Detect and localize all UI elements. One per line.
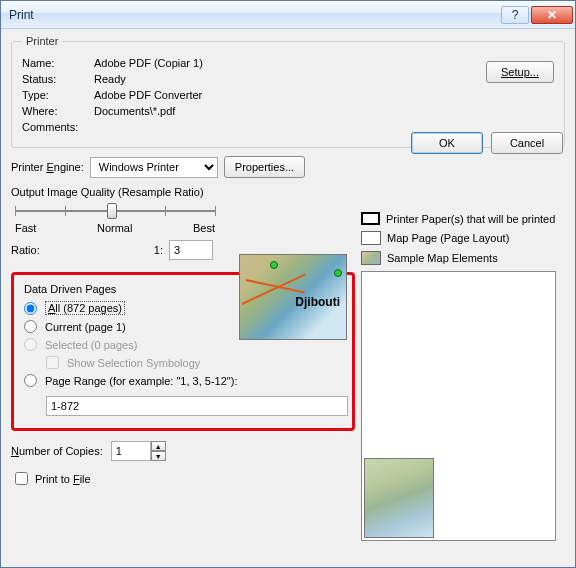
properties-button[interactable]: Properties... <box>224 156 305 178</box>
print-to-file-checkbox[interactable] <box>15 472 28 485</box>
cancel-button[interactable]: Cancel <box>491 132 563 154</box>
printer-engine-select[interactable]: Windows Printer <box>90 157 218 178</box>
swatch-map-elements-icon <box>361 251 381 265</box>
ok-button[interactable]: OK <box>411 132 483 154</box>
page-preview <box>361 271 556 541</box>
map-preview-thumbnail: Djibouti <box>239 254 347 340</box>
quality-normal-label: Normal <box>97 222 132 234</box>
quality-slider[interactable] <box>15 200 215 222</box>
ddp-show-selection-checkbox <box>46 356 59 369</box>
print-to-file-option[interactable]: Print to File <box>11 469 349 488</box>
legend-and-preview: Printer Paper(s) that will be printed Ma… <box>361 212 561 541</box>
printer-engine-row: Printer Engine: Windows Printer Properti… <box>11 156 349 178</box>
map-city-label: Djibouti <box>295 295 340 309</box>
ddp-show-selection-option: Show Selection Symbology <box>46 356 342 369</box>
ddp-all-radio[interactable] <box>24 302 37 315</box>
ddp-current-radio[interactable] <box>24 320 37 333</box>
copies-spin-up[interactable]: ▲ <box>151 441 166 451</box>
print-dialog-window: Print ? ✕ Printer Setup... Name:Adobe PD… <box>0 0 576 568</box>
ddp-range-option[interactable]: Page Range (for example: "1, 3, 5-12"): <box>24 374 342 387</box>
ratio-prefix: 1: <box>77 244 163 256</box>
help-button[interactable]: ? <box>501 6 529 24</box>
where-label: Where: <box>22 105 94 117</box>
name-label: Name: <box>22 57 94 69</box>
quality-heading: Output Image Quality (Resample Ratio) <box>11 186 349 198</box>
setup-button[interactable]: Setup... <box>486 61 554 83</box>
output-quality-section: Output Image Quality (Resample Ratio) Fa… <box>11 186 349 260</box>
ratio-label: Ratio: <box>11 244 71 256</box>
ddp-range-radio[interactable] <box>24 374 37 387</box>
legend-layout: Map Page (Page Layout) <box>387 232 509 244</box>
copies-row: Number of Copies: ▲ ▼ <box>11 441 349 461</box>
ratio-input[interactable] <box>169 240 213 260</box>
printer-legend: Printer <box>22 35 62 47</box>
legend-elements: Sample Map Elements <box>387 252 498 264</box>
quality-fast-label: Fast <box>15 222 36 234</box>
ddp-range-input[interactable] <box>46 396 348 416</box>
quality-best-label: Best <box>193 222 215 234</box>
legend-printed: Printer Paper(s) that will be printed <box>386 213 555 225</box>
ddp-selected-radio <box>24 338 37 351</box>
page-preview-map-thumbnail <box>364 458 434 538</box>
comments-label: Comments: <box>22 121 94 133</box>
swatch-printer-paper-icon <box>361 212 380 225</box>
name-value: Adobe PDF (Copiar 1) <box>94 57 554 69</box>
titlebar[interactable]: Print ? ✕ <box>1 1 575 29</box>
swatch-map-page-icon <box>361 231 381 245</box>
type-label: Type: <box>22 89 94 101</box>
engine-label: Printer Engine: <box>11 161 84 173</box>
where-value: Documents\*.pdf <box>94 105 554 117</box>
copies-input[interactable] <box>111 441 151 461</box>
window-title: Print <box>9 8 499 22</box>
close-button[interactable]: ✕ <box>531 6 573 24</box>
copies-label: Number of Copies: <box>11 445 103 457</box>
status-value: Ready <box>94 73 554 85</box>
type-value: Adobe PDF Converter <box>94 89 554 101</box>
copies-spin-down[interactable]: ▼ <box>151 451 166 461</box>
status-label: Status: <box>22 73 94 85</box>
